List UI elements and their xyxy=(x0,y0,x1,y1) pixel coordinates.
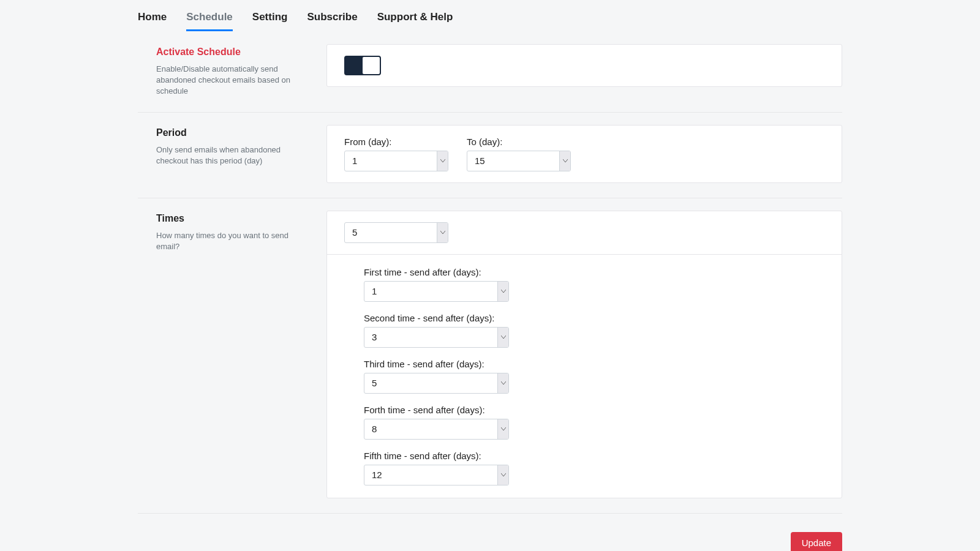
time-entry-label: Third time - send after (days): xyxy=(364,359,824,369)
time-entry: Second time - send after (days): 3 xyxy=(364,313,824,348)
section-times: Times How many times do you want to send… xyxy=(138,198,842,514)
section-title-times: Times xyxy=(156,213,309,224)
chevron-down-icon xyxy=(497,281,508,302)
section-desc-period: Only send emails when abandoned checkout… xyxy=(156,144,309,167)
times-list: First time - send after (days): 1 Second… xyxy=(327,254,842,498)
tab-support-help[interactable]: Support & Help xyxy=(377,9,453,31)
chevron-down-icon xyxy=(497,419,508,440)
section-desc-times: How many times do you want to send email… xyxy=(156,230,309,252)
chevron-down-icon xyxy=(497,465,508,485)
time-entry-select[interactable]: 3 xyxy=(364,327,509,348)
period-from-select[interactable]: 1 xyxy=(344,151,448,171)
update-button[interactable]: Update xyxy=(791,532,842,551)
time-entry-value: 8 xyxy=(364,424,384,434)
time-entry: Forth time - send after (days): 8 xyxy=(364,405,824,440)
nav-tabs: Home Schedule Setting Subscribe Support … xyxy=(138,0,842,32)
time-entry-select[interactable]: 1 xyxy=(364,281,509,302)
time-entry-value: 3 xyxy=(364,332,384,342)
tab-subscribe[interactable]: Subscribe xyxy=(307,9,357,31)
section-desc-activate: Enable/Disable automatically send abando… xyxy=(156,64,309,97)
period-from-label: From (day): xyxy=(344,137,448,147)
toggle-knob xyxy=(363,57,380,74)
section-period: Period Only send emails when abandoned c… xyxy=(138,113,842,198)
time-entry: Third time - send after (days): 5 xyxy=(364,359,824,394)
section-activate: Activate Schedule Enable/Disable automat… xyxy=(138,32,842,113)
time-entry-value: 1 xyxy=(364,286,384,296)
chevron-down-icon xyxy=(497,327,508,348)
time-entry-select[interactable]: 5 xyxy=(364,373,509,394)
time-entry: First time - send after (days): 1 xyxy=(364,267,824,302)
time-entry-value: 5 xyxy=(364,378,384,388)
section-title-period: Period xyxy=(156,127,309,138)
period-to-value: 15 xyxy=(467,156,492,166)
time-entry: Fifth time - send after (days): 12 xyxy=(364,451,824,485)
chevron-down-icon xyxy=(437,151,448,171)
activate-toggle[interactable] xyxy=(344,56,381,75)
time-entry-label: First time - send after (days): xyxy=(364,267,824,277)
tab-schedule[interactable]: Schedule xyxy=(186,9,233,31)
section-title-activate: Activate Schedule xyxy=(156,47,309,58)
time-entry-select[interactable]: 8 xyxy=(364,419,509,440)
chevron-down-icon xyxy=(559,151,570,171)
period-from-value: 1 xyxy=(345,156,364,166)
tab-home[interactable]: Home xyxy=(138,9,167,31)
times-count-select[interactable]: 5 xyxy=(344,222,448,243)
time-entry-label: Forth time - send after (days): xyxy=(364,405,824,415)
period-to-label: To (day): xyxy=(467,137,571,147)
time-entry-label: Second time - send after (days): xyxy=(364,313,824,323)
time-entry-label: Fifth time - send after (days): xyxy=(364,451,824,461)
chevron-down-icon xyxy=(497,373,508,394)
time-entry-select[interactable]: 12 xyxy=(364,465,509,485)
tab-setting[interactable]: Setting xyxy=(252,9,288,31)
time-entry-value: 12 xyxy=(364,470,390,480)
chevron-down-icon xyxy=(437,222,448,243)
times-count-value: 5 xyxy=(345,227,364,238)
period-to-select[interactable]: 15 xyxy=(467,151,571,171)
